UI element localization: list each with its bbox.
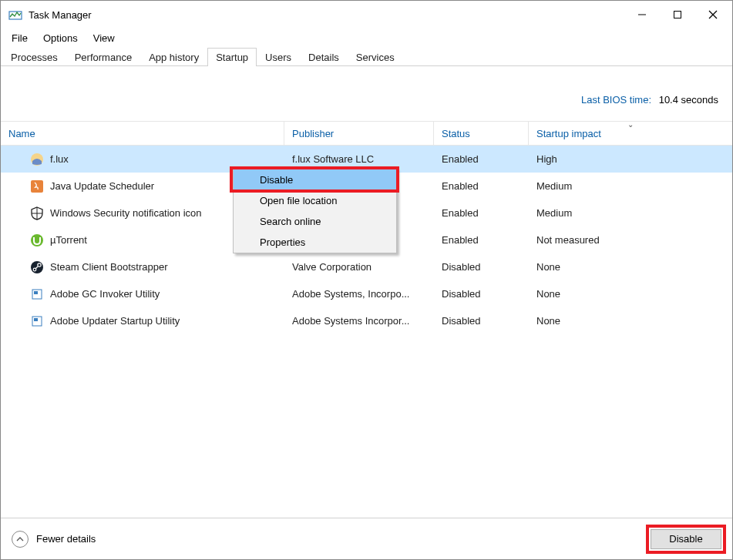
context-search-online[interactable]: Search online	[234, 211, 396, 232]
utorrent-icon	[30, 233, 44, 247]
row-name: Java Update Scheduler	[50, 180, 154, 192]
context-open-file-location[interactable]: Open file location	[234, 190, 396, 211]
header-name[interactable]: Name	[1, 122, 284, 145]
minimize-button[interactable]	[624, 3, 660, 26]
row-name: Windows Security notification icon	[50, 207, 202, 219]
tab-users[interactable]: Users	[257, 48, 300, 66]
row-name: Steam Client Bootstrapper	[50, 261, 167, 273]
row-name: Adobe Updater Startup Utility	[50, 315, 180, 327]
app-icon	[8, 8, 22, 22]
row-impact: None	[529, 288, 732, 300]
maximize-button[interactable]	[660, 3, 695, 26]
row-impact: High	[529, 153, 732, 165]
header-status[interactable]: Status	[434, 122, 529, 145]
adobe-icon	[30, 314, 44, 328]
task-manager-window: Task Manager File Options View Processes…	[0, 0, 733, 560]
bios-label: Last BIOS time:	[581, 94, 651, 106]
footer: Fewer details Disable	[1, 518, 732, 559]
column-headers: Name Publisher Status ⌄ Startup impact	[1, 121, 732, 146]
row-publisher: f.lux Software LLC	[284, 153, 434, 165]
svg-rect-17	[34, 318, 38, 321]
menu-bar: File Options View	[1, 29, 732, 47]
flux-icon	[30, 153, 44, 166]
window-controls	[624, 3, 731, 26]
row-impact: Medium	[529, 207, 732, 219]
header-impact-label: Startup impact	[536, 128, 601, 139]
context-menu: Disable Open file location Search online…	[233, 169, 397, 253]
row-status: Disabled	[434, 261, 529, 273]
close-button[interactable]	[695, 3, 731, 26]
row-publisher: Adobe Systems, Incorpo...	[284, 288, 434, 300]
tab-performance[interactable]: Performance	[66, 48, 140, 66]
row-status: Disabled	[434, 315, 529, 327]
row-name: Adobe GC Invoker Utility	[50, 288, 160, 300]
steam-icon	[30, 260, 44, 274]
table-row[interactable]: Adobe Updater Startup Utility Adobe Syst…	[1, 307, 732, 334]
row-impact: Not measured	[529, 234, 732, 246]
svg-rect-2	[674, 12, 681, 18]
tab-services[interactable]: Services	[348, 48, 403, 66]
row-name: µTorrent	[50, 234, 87, 246]
row-impact: None	[529, 315, 732, 327]
tab-details[interactable]: Details	[300, 48, 348, 66]
row-status: Disabled	[434, 288, 529, 300]
tab-app-history[interactable]: App history	[140, 48, 207, 66]
header-publisher[interactable]: Publisher	[284, 122, 434, 145]
adobe-icon	[30, 287, 44, 301]
java-icon	[30, 179, 44, 193]
sort-indicator-icon: ⌄	[627, 120, 634, 129]
row-status: Enabled	[434, 180, 529, 192]
tab-processes[interactable]: Processes	[2, 48, 66, 66]
row-impact: None	[529, 261, 732, 273]
tab-startup[interactable]: Startup	[207, 48, 257, 66]
row-publisher: Adobe Systems Incorpor...	[284, 315, 434, 327]
context-properties[interactable]: Properties	[234, 232, 396, 253]
bios-value: 10.4 seconds	[659, 94, 718, 106]
fewer-details-toggle[interactable]: Fewer details	[12, 531, 96, 548]
menu-view[interactable]: View	[86, 30, 123, 46]
disable-button[interactable]: Disable	[651, 529, 721, 549]
svg-rect-6	[31, 180, 43, 193]
row-name: f.lux	[50, 153, 69, 165]
menu-options[interactable]: Options	[35, 30, 86, 46]
fewer-details-label: Fewer details	[36, 533, 96, 545]
row-impact: Medium	[529, 180, 732, 192]
shield-icon	[30, 206, 44, 220]
bios-time: Last BIOS time: 10.4 seconds	[1, 66, 732, 121]
tab-bar: Processes Performance App history Startu…	[1, 47, 732, 66]
table-row[interactable]: Adobe GC Invoker Utility Adobe Systems, …	[1, 280, 732, 307]
header-impact[interactable]: ⌄ Startup impact	[529, 122, 732, 145]
context-disable[interactable]: Disable	[234, 169, 396, 190]
startup-list: f.lux f.lux Software LLC Enabled High Ja…	[1, 146, 732, 518]
titlebar: Task Manager	[1, 1, 732, 29]
table-row[interactable]: Steam Client Bootstrapper Valve Corporat…	[1, 253, 732, 280]
chevron-up-icon	[12, 531, 29, 548]
svg-rect-15	[34, 291, 38, 294]
row-status: Enabled	[434, 234, 529, 246]
menu-file[interactable]: File	[4, 30, 35, 46]
window-title: Task Manager	[29, 9, 624, 21]
row-status: Enabled	[434, 207, 529, 219]
row-publisher: Valve Corporation	[284, 261, 434, 273]
row-status: Enabled	[434, 153, 529, 165]
